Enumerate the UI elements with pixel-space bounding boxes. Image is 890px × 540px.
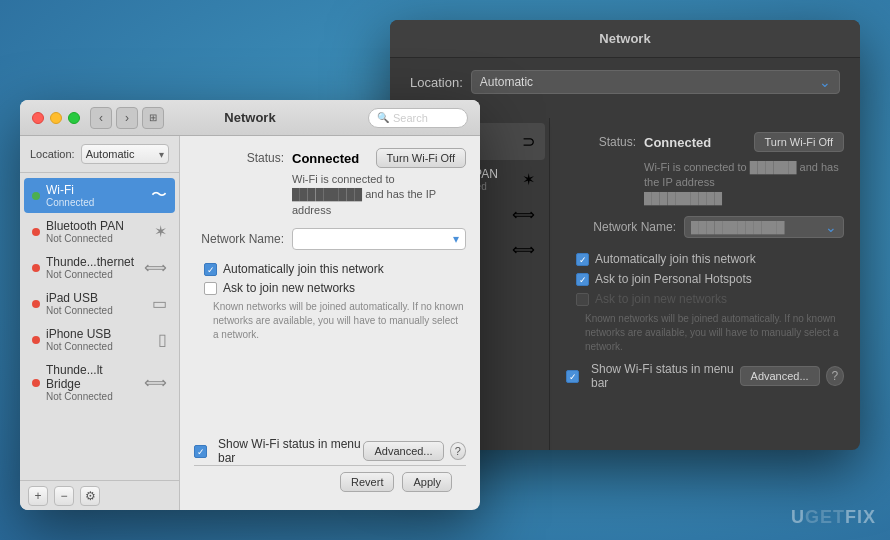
ask-new-checkbox[interactable] — [576, 293, 589, 306]
search-icon: 🔍 — [377, 112, 389, 123]
back-titlebar: Network — [390, 20, 860, 58]
iphone-icon: ▯ — [158, 330, 167, 349]
front-status-row: Status: Connected Turn Wi-Fi Off — [194, 148, 466, 168]
front-window: ‹ › ⊞ Network 🔍 Search Location: Automat… — [20, 100, 480, 510]
back-location-label: Location: — [410, 75, 463, 90]
show-wifi-checkbox[interactable]: ✓ — [194, 445, 207, 458]
back-status-row: Status: Connected Turn Wi-Fi Off — [566, 132, 844, 152]
ethernet-icon: ⟺ — [512, 205, 535, 224]
status-dot — [32, 336, 40, 344]
sidebar-bottom-bar: + − ⚙ — [20, 480, 179, 510]
front-status-label: Status: — [194, 151, 284, 165]
front-auto-join-row[interactable]: ✓ Automatically join this network — [204, 262, 466, 276]
advanced-button[interactable]: Advanced... — [363, 441, 443, 461]
grid-button[interactable]: ⊞ — [142, 107, 164, 129]
search-box[interactable]: 🔍 Search — [368, 108, 468, 128]
front-titlebar: ‹ › ⊞ Network 🔍 Search — [20, 100, 480, 136]
chevron-icon: ⌄ — [825, 219, 837, 235]
sidebar-item-bluetooth[interactable]: Bluetooth PAN Not Connected ✶ — [24, 214, 175, 249]
status-dot — [32, 379, 40, 387]
wifi-icon: ⊃ — [522, 132, 535, 151]
ipad-icon: ▭ — [152, 294, 167, 313]
front-status-value: Connected — [292, 151, 376, 166]
remove-network-button[interactable]: − — [54, 486, 74, 506]
ask-personal-checkbox[interactable]: ✓ — [576, 273, 589, 286]
back-network-name-field[interactable]: ████████████ ⌄ — [684, 216, 844, 238]
revert-button[interactable]: Revert — [340, 472, 394, 492]
back-status-label: Status: — [566, 135, 636, 149]
minimize-button[interactable] — [50, 112, 62, 124]
back-panel: Status: Connected Turn Wi-Fi Off Wi-Fi i… — [550, 118, 860, 450]
bridge-icon: ⟺ — [144, 373, 167, 392]
back-network-name-row: Network Name: ████████████ ⌄ — [566, 216, 844, 238]
traffic-lights — [32, 112, 80, 124]
front-status-desc: Wi-Fi is connected to █████████ and has … — [292, 172, 466, 218]
back-show-wifi-checkbox[interactable]: ✓ — [566, 370, 579, 383]
dropdown-arrow-icon: ▾ — [453, 232, 459, 246]
help-button[interactable]: ? — [450, 442, 466, 460]
front-network-name-row: Network Name: ▾ — [194, 228, 466, 250]
front-network-name-field[interactable]: ▾ — [292, 228, 466, 250]
back-turn-wifi-off-button[interactable]: Turn Wi-Fi Off — [754, 132, 844, 152]
sidebar-item-iphone[interactable]: iPhone USB Not Connected ▯ — [24, 322, 175, 357]
back-ask-new-label: Ask to join new networks — [595, 292, 727, 306]
back-ask-personal-row[interactable]: ✓ Ask to join Personal Hotspots — [576, 272, 844, 286]
sidebar-item-thunderbolt-bridge[interactable]: Thunde...lt Bridge Not Connected ⟺ — [24, 358, 175, 407]
front-body: Location: Automatic ▾ Wi-Fi Connected 〜 — [20, 136, 480, 510]
bluetooth-icon: ✶ — [522, 170, 535, 189]
front-network-name-label: Network Name: — [194, 232, 284, 246]
forward-nav-button[interactable]: › — [116, 107, 138, 129]
back-location-select[interactable]: Automatic ⌄ — [471, 70, 840, 94]
auto-join-checkbox[interactable]: ✓ — [204, 263, 217, 276]
back-status-value: Connected — [644, 135, 754, 150]
watermark-text: UGETFIX — [791, 507, 876, 527]
front-ask-new-row[interactable]: Ask to join new networks — [204, 281, 466, 295]
status-dot — [32, 264, 40, 272]
add-network-button[interactable]: + — [28, 486, 48, 506]
back-advanced-button[interactable]: Advanced... — [740, 366, 820, 386]
back-show-wifi-row: ✓ Show Wi-Fi status in menu bar Advanced… — [566, 362, 844, 390]
arrow-icon: ▾ — [159, 149, 164, 160]
front-show-wifi-row: ✓ Show Wi-Fi status in menu bar — [194, 437, 363, 465]
front-location-select[interactable]: Automatic ▾ — [81, 144, 169, 164]
back-auto-join-row[interactable]: ✓ Automatically join this network — [576, 252, 844, 266]
back-status-desc: Wi-Fi is connected to ██████ and has the… — [644, 160, 844, 206]
bluetooth-icon: ✶ — [154, 222, 167, 241]
back-help-button[interactable]: ? — [826, 366, 844, 386]
apply-button[interactable]: Apply — [402, 472, 452, 492]
watermark: UGETFIX — [791, 507, 876, 528]
front-bottom-bar: ✓ Show Wi-Fi status in menu bar Advanced… — [194, 429, 466, 465]
status-dot — [32, 300, 40, 308]
front-auto-join-label: Automatically join this network — [223, 262, 384, 276]
front-title: Network — [224, 110, 275, 125]
thunderbolt-icon: ⟺ — [512, 240, 535, 259]
nav-buttons: ‹ › — [90, 107, 138, 129]
front-location-row: Location: Automatic ▾ — [20, 136, 179, 173]
front-footer: Revert Apply — [194, 465, 466, 498]
back-ask-new-row[interactable]: Ask to join new networks — [576, 292, 844, 306]
front-show-wifi-label: Show Wi-Fi status in menu bar — [218, 437, 363, 465]
search-placeholder: Search — [393, 112, 428, 124]
front-ask-new-desc: Known networks will be joined automatica… — [213, 300, 466, 342]
front-sidebar-list: Wi-Fi Connected 〜 Bluetooth PAN Not Conn… — [20, 173, 179, 480]
close-button[interactable] — [32, 112, 44, 124]
sidebar-item-thunderbolt-eth[interactable]: Thunde...thernet Not Connected ⟺ — [24, 250, 175, 285]
ask-new-checkbox[interactable] — [204, 282, 217, 295]
back-network-name-label: Network Name: — [566, 220, 676, 234]
sidebar-item-ipad[interactable]: iPad USB Not Connected ▭ — [24, 286, 175, 321]
back-nav-button[interactable]: ‹ — [90, 107, 112, 129]
sidebar-item-wifi[interactable]: Wi-Fi Connected 〜 — [24, 178, 175, 213]
settings-button[interactable]: ⚙ — [80, 486, 100, 506]
chevron-down-icon: ⌄ — [819, 74, 831, 90]
front-location-label: Location: — [30, 148, 75, 160]
back-title: Network — [599, 31, 650, 46]
front-sidebar: Location: Automatic ▾ Wi-Fi Connected 〜 — [20, 136, 180, 510]
front-ask-new-label: Ask to join new networks — [223, 281, 355, 295]
auto-join-checkbox[interactable]: ✓ — [576, 253, 589, 266]
turn-wifi-off-button[interactable]: Turn Wi-Fi Off — [376, 148, 466, 168]
status-dot — [32, 192, 40, 200]
back-auto-join-label: Automatically join this network — [595, 252, 756, 266]
maximize-button[interactable] — [68, 112, 80, 124]
front-panel: Status: Connected Turn Wi-Fi Off Wi-Fi i… — [180, 136, 480, 510]
back-ask-new-desc: Known networks will be joined automatica… — [585, 312, 844, 354]
